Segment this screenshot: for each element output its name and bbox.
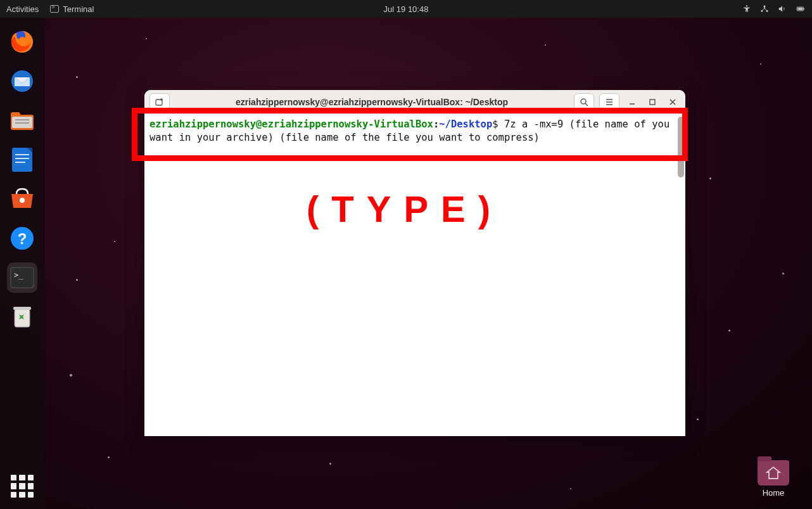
svg-rect-22 <box>13 307 31 310</box>
svg-text:?: ? <box>18 230 27 247</box>
volume-icon[interactable] <box>778 4 787 13</box>
svg-rect-10 <box>15 119 29 120</box>
dock-trash[interactable] <box>7 302 37 332</box>
svg-rect-14 <box>15 158 29 159</box>
dock-ubuntu-software[interactable] <box>7 184 37 214</box>
close-icon <box>669 98 676 106</box>
search-icon <box>580 98 588 106</box>
svg-rect-15 <box>15 162 25 163</box>
maximize-button[interactable] <box>645 94 660 110</box>
active-app-label: Terminal <box>63 4 94 14</box>
svg-rect-13 <box>15 154 29 155</box>
dock-files[interactable] <box>7 105 37 136</box>
desktop-home-folder[interactable]: Home <box>758 460 789 498</box>
desktop-home-label: Home <box>758 488 789 498</box>
accessibility-icon[interactable] <box>742 4 751 13</box>
svg-point-0 <box>746 5 747 6</box>
svg-rect-5 <box>804 8 804 10</box>
dock-terminal[interactable]: >_ <box>7 262 37 293</box>
svg-text:>_: >_ <box>14 271 23 280</box>
dock-firefox[interactable] <box>7 27 37 57</box>
close-button[interactable] <box>665 94 680 110</box>
dock-thunderbird[interactable] <box>7 66 37 96</box>
svg-rect-6 <box>797 8 802 10</box>
battery-icon[interactable] <box>796 4 806 13</box>
hamburger-icon <box>605 98 614 106</box>
svg-point-24 <box>581 99 586 104</box>
annotation-highlight-box <box>132 108 688 161</box>
svg-rect-11 <box>15 122 29 124</box>
svg-rect-25 <box>650 100 655 105</box>
show-applications-button[interactable] <box>11 475 34 498</box>
clock[interactable]: Jul 19 10:48 <box>384 4 429 14</box>
dock-help[interactable]: ? <box>7 223 37 254</box>
network-icon[interactable] <box>760 4 769 13</box>
svg-point-1 <box>764 5 766 7</box>
window-title: ezriahzippernowsky@ezriahzippernowsky-Vi… <box>175 97 569 107</box>
dock: ? >_ <box>0 18 44 509</box>
terminal-icon <box>50 5 59 13</box>
svg-rect-12 <box>12 148 32 172</box>
svg-point-16 <box>20 198 25 203</box>
activities-button[interactable]: Activities <box>6 4 39 14</box>
top-bar: Activities Terminal Jul 19 10:48 <box>0 0 812 18</box>
dock-libreoffice-writer[interactable] <box>7 145 37 175</box>
minimize-button[interactable] <box>625 94 640 110</box>
annotation-type-label: (TYPE) <box>307 188 503 230</box>
active-app-indicator[interactable]: Terminal <box>50 4 94 14</box>
terminal-body[interactable]: ezriahzippernowsky@ezriahzippernowsky-Vi… <box>144 114 685 436</box>
